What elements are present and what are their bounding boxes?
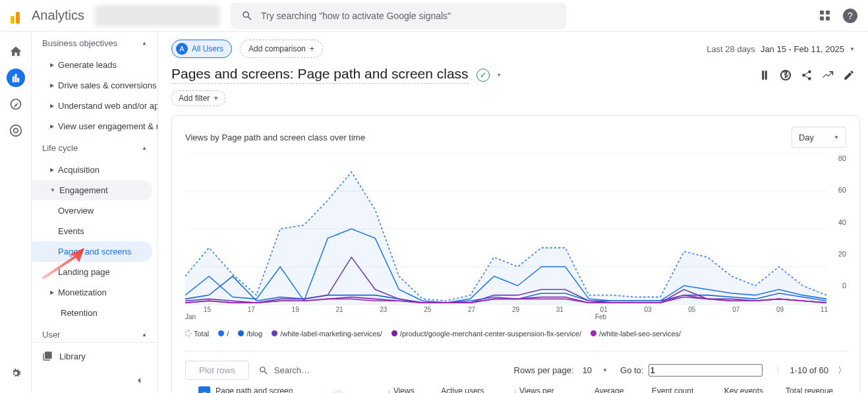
sidebar-item-acquisition[interactable]: ▶Acquisition [32, 160, 158, 180]
select-all-checkbox[interactable]: − [198, 386, 210, 393]
page-title: Pages and screens: Page path and screen … [171, 66, 469, 84]
search-icon [241, 10, 253, 22]
plot-rows-button[interactable]: Plot rows [185, 361, 249, 380]
goto-input[interactable] [649, 364, 763, 377]
chip-all-users[interactable]: AAll Users [171, 40, 232, 58]
apps-icon[interactable] [820, 11, 830, 20]
customize-icon[interactable] [759, 69, 770, 81]
col-views[interactable]: Views [393, 386, 415, 393]
rail-home[interactable] [7, 42, 25, 61]
chart-card: Views by Page path and screen class over… [171, 115, 860, 393]
topbar: Analytics Try searching "how to activate… [0, 0, 868, 32]
col-avg-eng[interactable]: Average engagement [580, 386, 624, 393]
property-selector[interactable] [95, 5, 220, 26]
nav-rail [0, 32, 32, 393]
verified-icon[interactable]: ✓ [477, 69, 490, 82]
chart: 806040200 [185, 153, 846, 305]
sidebar-item-understand[interactable]: ▶Understand web and/or app t... [32, 96, 158, 116]
sidebar-item-leads[interactable]: ▶Generate leads [32, 55, 158, 75]
help-icon[interactable]: ? [843, 9, 857, 23]
sidebar-item-pages-screens[interactable]: Pages and screens [32, 241, 152, 262]
trend-icon[interactable] [822, 69, 834, 81]
sidebar: Business objectives▲ ▶Generate leads ▶Dr… [32, 32, 158, 393]
analytics-logo-icon [11, 8, 26, 24]
date-picker[interactable]: Last 28 daysJan 15 - Feb 11, 2025▼ [707, 44, 855, 54]
chart-y-axis: 806040200 [826, 153, 846, 305]
search-placeholder: Try searching "how to activate Google si… [261, 11, 451, 21]
chart-legend: Total//blog/white-label-marketing-servic… [185, 320, 846, 338]
page-prev[interactable]: 〈 [772, 365, 780, 377]
page-range: 1-10 of 60 [790, 365, 828, 375]
chart-svg [185, 153, 826, 305]
col-total-rev[interactable]: Total revenue [786, 386, 833, 393]
sidebar-item-sales[interactable]: ▶Drive sales & conversions [32, 75, 158, 96]
table-search[interactable]: Search… [258, 365, 505, 376]
col-event-count[interactable]: Event count [652, 386, 693, 393]
sidebar-section-business[interactable]: Business objectives▲ [32, 32, 158, 55]
granularity-picker[interactable]: Day▼ [792, 127, 846, 148]
sidebar-item-engagement[interactable]: ▼Engagement [32, 180, 152, 200]
share-icon[interactable] [801, 69, 813, 81]
sidebar-item-landing[interactable]: Landing page [32, 262, 158, 282]
page-next[interactable]: 〉 [838, 365, 846, 377]
sidebar-item-engagement-ret[interactable]: ▶View user engagement & rete... [32, 116, 158, 136]
search-icon [258, 365, 269, 376]
col-key-events[interactable]: Key events [724, 386, 763, 393]
sidebar-section-lifecycle[interactable]: Life cycle▲ [32, 136, 158, 160]
sidebar-item-monetization[interactable]: ▶Monetization [32, 282, 158, 303]
col-active-users[interactable]: Active users [441, 386, 484, 393]
insights-icon[interactable] [780, 69, 792, 81]
library-icon [42, 351, 53, 361]
col-name[interactable]: Page path and screen class [216, 386, 307, 393]
rail-settings[interactable] [7, 364, 25, 382]
add-filter-chip[interactable]: Add filter+ [171, 90, 225, 106]
sidebar-item-overview[interactable]: Overview [32, 200, 158, 221]
sidebar-item-events[interactable]: Events [32, 221, 158, 241]
sidebar-item-retention[interactable]: Retention [32, 303, 158, 323]
table-header: − Page path and screen class ▼+ ↓Views A… [185, 380, 846, 393]
chart-title: Views by Page path and screen class over… [185, 133, 365, 142]
collapse-sidebar[interactable] [134, 375, 144, 388]
main-content: AAll Users Add comparison+ Last 28 daysJ… [158, 32, 868, 393]
add-dimension[interactable]: + [332, 390, 345, 393]
logo[interactable]: Analytics [11, 8, 84, 24]
rows-per-page[interactable]: 10▼ [579, 362, 611, 378]
rail-reports[interactable] [7, 69, 25, 87]
edit-icon[interactable] [843, 69, 855, 81]
chip-add-comparison[interactable]: Add comparison+ [240, 40, 323, 58]
title-dropdown[interactable]: ▾ [498, 72, 500, 78]
chart-x-axis: 151719212325272931010305070911 [185, 305, 846, 313]
rail-explore[interactable] [7, 95, 25, 113]
sidebar-library[interactable]: Library [32, 342, 158, 369]
app-name: Analytics [32, 8, 84, 23]
search-box[interactable]: Try searching "how to activate Google si… [231, 3, 567, 29]
rail-advertising[interactable] [7, 121, 25, 140]
col-views-per[interactable]: Views per [519, 386, 554, 393]
svg-marker-6 [185, 172, 826, 305]
